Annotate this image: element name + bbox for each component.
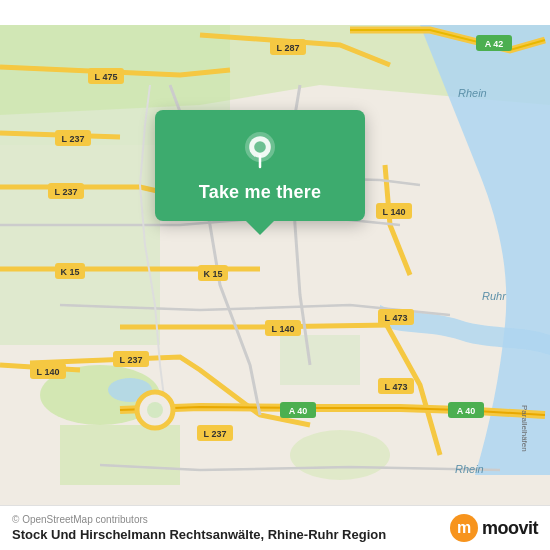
svg-text:L 287: L 287	[277, 43, 300, 53]
svg-text:K 15: K 15	[60, 267, 79, 277]
svg-point-10	[147, 402, 163, 418]
map-svg: A 42 L 287 L 475 L 237 L 237 K 15 K 15 L…	[0, 0, 550, 550]
svg-text:L 237: L 237	[62, 134, 85, 144]
svg-text:L 237: L 237	[204, 429, 227, 439]
moovit-m-icon: m	[450, 514, 478, 542]
svg-text:A 40: A 40	[289, 406, 308, 416]
svg-text:Ruhr: Ruhr	[482, 290, 507, 302]
moovit-logo: m moovit	[450, 514, 538, 542]
svg-text:Parallelhäfen: Parallelhäfen	[520, 405, 529, 452]
location-title: Stock Und Hirschelmann Rechtsanwälte, Rh…	[12, 527, 386, 542]
svg-text:A 40: A 40	[457, 406, 476, 416]
svg-rect-2	[0, 145, 160, 345]
svg-text:L 237: L 237	[55, 187, 78, 197]
take-me-there-popup[interactable]: Take me there	[155, 110, 365, 221]
svg-text:L 140: L 140	[383, 207, 406, 217]
svg-text:L 140: L 140	[272, 324, 295, 334]
info-bar-text: © OpenStreetMap contributors Stock Und H…	[12, 514, 386, 542]
svg-text:Rhein: Rhein	[455, 463, 484, 475]
moovit-wordmark: moovit	[482, 518, 538, 539]
svg-text:L 473: L 473	[385, 382, 408, 392]
svg-text:K 15: K 15	[203, 269, 222, 279]
svg-text:L 140: L 140	[37, 367, 60, 377]
svg-text:L 475: L 475	[95, 72, 118, 82]
location-pin-icon	[240, 132, 280, 172]
svg-text:Rhein: Rhein	[458, 87, 487, 99]
svg-rect-5	[280, 335, 360, 385]
svg-text:L 473: L 473	[385, 313, 408, 323]
map-container: A 42 L 287 L 475 L 237 L 237 K 15 K 15 L…	[0, 0, 550, 550]
svg-point-7	[290, 430, 390, 480]
copyright-text: © OpenStreetMap contributors	[12, 514, 386, 525]
svg-text:A 42: A 42	[485, 39, 504, 49]
info-bar: © OpenStreetMap contributors Stock Und H…	[0, 505, 550, 550]
popup-label: Take me there	[199, 182, 321, 203]
svg-text:L 237: L 237	[120, 355, 143, 365]
svg-rect-6	[60, 425, 180, 485]
